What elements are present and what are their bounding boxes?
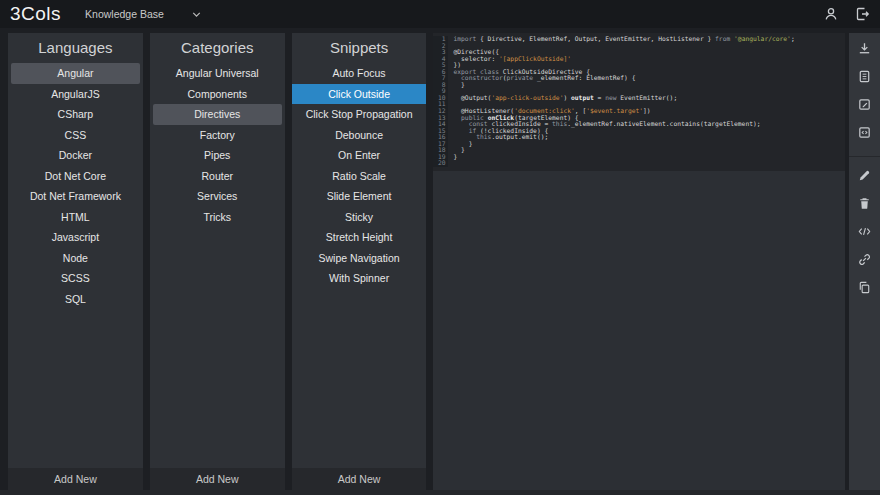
link-button[interactable] [856, 253, 872, 269]
code-content[interactable]: import { Directive, ElementRef, Output, … [448, 36, 845, 167]
account-button[interactable] [823, 6, 839, 22]
snippet-editor-panel[interactable]: 1234567891011121314151617181920 import {… [433, 33, 845, 493]
list-item-components[interactable]: Components [153, 84, 282, 105]
list-item-stretch-height[interactable]: Stretch Height [295, 227, 424, 248]
list-item-on-enter[interactable]: On Enter [295, 145, 424, 166]
list-item-with-spinner[interactable]: With Spinner [295, 268, 424, 289]
download-button[interactable] [856, 42, 872, 58]
main-area: Languages AngularAngularJSCSharpCSSDocke… [0, 28, 880, 490]
list-item-directives[interactable]: Directives [153, 104, 282, 125]
languages-column-title: Languages [8, 33, 143, 61]
list-item-tricks[interactable]: Tricks [153, 207, 282, 228]
file-edit-button[interactable] [856, 98, 872, 114]
list-item-csharp[interactable]: CSharp [11, 104, 140, 125]
logout-icon [854, 6, 870, 22]
app-logo[interactable]: 3Cols [10, 3, 61, 25]
account-icon [823, 6, 839, 22]
embed-icon [857, 125, 872, 144]
list-item-angular[interactable]: Angular [11, 63, 140, 84]
categories-add-new-button[interactable]: Add New [150, 468, 285, 490]
list-item-node[interactable]: Node [11, 248, 140, 269]
list-item-docker[interactable]: Docker [11, 145, 140, 166]
edit-icon [857, 168, 872, 187]
list-item-auto-focus[interactable]: Auto Focus [295, 63, 424, 84]
chevron-down-icon [190, 8, 203, 21]
list-item-pipes[interactable]: Pipes [153, 145, 282, 166]
categories-list: Angular UniversalComponentsDirectivesFac… [150, 61, 285, 468]
list-item-slide-element[interactable]: Slide Element [295, 186, 424, 207]
languages-column: Languages AngularAngularJSCSharpCSSDocke… [8, 33, 143, 490]
categories-column: Categories Angular UniversalComponentsDi… [150, 33, 285, 490]
list-item-html[interactable]: HTML [11, 207, 140, 228]
list-item-angularjs[interactable]: AngularJS [11, 84, 140, 105]
list-item-dot-net-framework[interactable]: Dot Net Framework [11, 186, 140, 207]
list-item-javascript[interactable]: Javascript [11, 227, 140, 248]
logout-button[interactable] [854, 6, 870, 22]
list-item-dot-net-core[interactable]: Dot Net Core [11, 166, 140, 187]
right-toolbar [849, 33, 880, 493]
toolbar-top-group [856, 42, 872, 154]
snippets-add-new-button[interactable]: Add New [292, 468, 427, 490]
edit-button[interactable] [856, 169, 872, 185]
copy-icon [857, 280, 872, 299]
toolbar-divider [849, 156, 880, 157]
list-item-debounce[interactable]: Debounce [295, 125, 424, 146]
categories-column-title: Categories [150, 33, 285, 61]
footer-strip [0, 490, 880, 495]
copy-button[interactable] [856, 281, 872, 297]
code-icon [857, 224, 872, 243]
list-item-sql[interactable]: SQL [11, 289, 140, 310]
toolbar-bottom-group [856, 169, 872, 309]
languages-add-new-button[interactable]: Add New [8, 468, 143, 490]
snippets-column-title: Snippets [292, 33, 427, 61]
link-icon [857, 252, 872, 271]
board-selector-value: Knowledge Base [85, 8, 164, 20]
list-item-factory[interactable]: Factory [153, 125, 282, 146]
header-actions [823, 6, 870, 22]
list-item-click-outside[interactable]: Click Outside [292, 84, 427, 105]
list-item-swipe-navigation[interactable]: Swipe Navigation [295, 248, 424, 269]
snippets-column: Snippets Auto FocusClick OutsideClick St… [292, 33, 427, 490]
list-item-services[interactable]: Services [153, 186, 282, 207]
code-button[interactable] [856, 225, 872, 241]
board-selector-dropdown[interactable]: Knowledge Base [85, 8, 203, 21]
code-block[interactable]: 1234567891011121314151617181920 import {… [433, 33, 845, 171]
delete-icon [857, 196, 872, 215]
list-item-click-stop-propagation[interactable]: Click Stop Propagation [295, 104, 424, 125]
file-button[interactable] [856, 70, 872, 86]
file-edit-icon [857, 97, 872, 116]
list-item-router[interactable]: Router [153, 166, 282, 187]
list-item-ratio-scale[interactable]: Ratio Scale [295, 166, 424, 187]
embed-button[interactable] [856, 126, 872, 142]
delete-button[interactable] [856, 197, 872, 213]
list-item-sticky[interactable]: Sticky [295, 207, 424, 228]
list-item-angular-universal[interactable]: Angular Universal [153, 63, 282, 84]
list-item-scss[interactable]: SCSS [11, 268, 140, 289]
line-number-gutter: 1234567891011121314151617181920 [433, 36, 448, 167]
snippets-list: Auto FocusClick OutsideClick Stop Propag… [292, 61, 427, 468]
languages-list: AngularAngularJSCSharpCSSDockerDot Net C… [8, 61, 143, 468]
list-item-css[interactable]: CSS [11, 125, 140, 146]
app-header: 3Cols Knowledge Base [0, 0, 880, 28]
download-icon [857, 41, 872, 60]
file-icon [857, 69, 872, 88]
